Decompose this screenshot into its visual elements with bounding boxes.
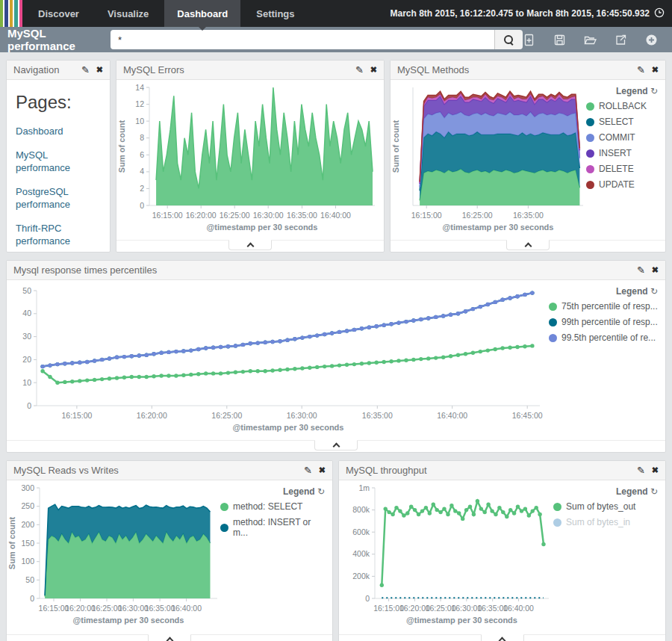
svg-text:50: 50 bbox=[22, 286, 31, 295]
search-icon bbox=[504, 35, 514, 45]
legend-item[interactable]: 75th percentile of resp... bbox=[549, 301, 658, 312]
svg-text:Sum of count: Sum of count bbox=[117, 120, 126, 173]
chevron-up-icon bbox=[524, 243, 532, 250]
svg-text:300: 300 bbox=[21, 483, 34, 492]
svg-text:16:35:00: 16:35:00 bbox=[287, 211, 317, 220]
legend-dot bbox=[549, 303, 557, 311]
close-icon[interactable]: ✖ bbox=[652, 65, 659, 75]
chart-mysql-throughput: 0200k400k600k800k1m16:15:0016:20:0016:25… bbox=[339, 480, 553, 634]
edit-icon[interactable]: ✎ bbox=[81, 64, 90, 75]
close-icon[interactable]: ✖ bbox=[319, 465, 326, 475]
svg-text:0: 0 bbox=[365, 594, 370, 603]
legend-item[interactable]: SELECT bbox=[586, 117, 658, 127]
panel-title: MySQL Reads vs Writes bbox=[13, 465, 119, 476]
nav-tab-dashboard[interactable]: Dashboard bbox=[164, 0, 240, 27]
legend-item[interactable]: Sum of bytes_in bbox=[553, 517, 658, 527]
legend-header[interactable]: Legend ↻ bbox=[549, 286, 658, 297]
svg-text:12: 12 bbox=[135, 99, 144, 108]
svg-text:16:40:00: 16:40:00 bbox=[171, 604, 202, 613]
close-icon[interactable]: ✖ bbox=[370, 65, 377, 75]
svg-text:16:15:00: 16:15:00 bbox=[152, 211, 183, 220]
legend-label: 99th percentile of resp... bbox=[561, 317, 658, 327]
panel-mysql-throughput: MySQL throughput ✎ ✖ 0200k400k600k800k1m… bbox=[338, 460, 666, 641]
share-dashboard-icon[interactable] bbox=[615, 34, 627, 46]
add-visualization-icon[interactable] bbox=[645, 34, 658, 46]
svg-text:Sum of count: Sum of count bbox=[391, 120, 400, 173]
time-range-text: March 8th 2015, 16:12:20.475 to March 8t… bbox=[390, 8, 650, 19]
new-dashboard-icon[interactable] bbox=[523, 34, 535, 46]
svg-text:10: 10 bbox=[22, 378, 31, 387]
svg-text:16:15:00: 16:15:00 bbox=[411, 211, 442, 220]
nav-tab-visualize[interactable]: Visualize bbox=[95, 0, 161, 27]
legend-reads-vs-writes: Legend ↻method: SELECTmethod: INSERT or … bbox=[220, 480, 332, 634]
legend-item[interactable]: INSERT bbox=[586, 148, 658, 158]
legend-item[interactable]: ROLLBACK bbox=[586, 101, 658, 111]
legend-dot bbox=[553, 518, 561, 527]
legend-dot bbox=[549, 318, 557, 326]
panel-header: MySQL Reads vs Writes ✎ ✖ bbox=[7, 461, 332, 480]
search-input[interactable] bbox=[111, 30, 494, 49]
panel-footer bbox=[391, 240, 665, 252]
legend-item[interactable]: 99.5th percentile of re... bbox=[549, 332, 658, 343]
legend-dot bbox=[586, 149, 594, 158]
edit-icon[interactable]: ✎ bbox=[304, 465, 312, 476]
edit-icon[interactable]: ✎ bbox=[637, 264, 645, 276]
page-link-mysql-performance[interactable]: MySQL performance bbox=[16, 149, 101, 175]
close-icon[interactable]: ✖ bbox=[652, 265, 659, 275]
legend-dot bbox=[586, 165, 594, 173]
svg-text:16:35:00: 16:35:00 bbox=[362, 411, 393, 420]
close-icon[interactable]: ✖ bbox=[652, 465, 659, 475]
nav-tab-discover[interactable]: Discover bbox=[25, 0, 92, 27]
panel-mysql-methods: MySQL Methods ✎ ✖ 16:15:0016:25:0016:35:… bbox=[390, 60, 666, 253]
panel-footer bbox=[7, 440, 665, 452]
time-range-picker[interactable]: March 8th 2015, 16:12:20.475 to March 8t… bbox=[390, 0, 672, 27]
legend-item[interactable]: method: INSERT or m... bbox=[220, 517, 325, 538]
collapse-button[interactable] bbox=[148, 634, 191, 641]
page-link-postgresql-performance[interactable]: PostgreSQL performance bbox=[16, 185, 101, 211]
svg-text:14: 14 bbox=[135, 83, 144, 92]
panel-response-percentiles: Mysql response times percentiles ✎ ✖ 010… bbox=[6, 260, 666, 453]
chevron-up-icon bbox=[166, 637, 173, 641]
svg-text:600k: 600k bbox=[352, 527, 370, 536]
legend-item[interactable]: method: SELECT bbox=[220, 501, 325, 512]
dashboard-title: MySQL performance bbox=[7, 27, 111, 52]
collapse-button[interactable] bbox=[506, 240, 550, 250]
kibana-logo[interactable] bbox=[0, 0, 22, 27]
svg-text:8: 8 bbox=[140, 133, 144, 142]
collapse-button[interactable] bbox=[228, 240, 272, 250]
svg-text:@timestamp per 30 seconds: @timestamp per 30 seconds bbox=[406, 616, 517, 625]
collapse-button[interactable] bbox=[314, 440, 358, 450]
dashboard-actions bbox=[523, 34, 667, 46]
legend-item[interactable]: DELETE bbox=[586, 164, 658, 174]
svg-text:16:45:00: 16:45:00 bbox=[512, 411, 543, 420]
legend-header[interactable]: Legend ↻ bbox=[220, 486, 325, 497]
legend-item[interactable]: 99th percentile of resp... bbox=[549, 317, 658, 327]
legend-label: Sum of bytes_in bbox=[566, 517, 630, 527]
legend-header[interactable]: Legend ↻ bbox=[586, 86, 658, 96]
search-button[interactable] bbox=[494, 30, 523, 49]
panel-footer bbox=[7, 634, 332, 641]
edit-icon[interactable]: ✎ bbox=[355, 64, 364, 75]
search-bar bbox=[111, 30, 523, 49]
legend-item[interactable]: Sum of bytes_out bbox=[553, 501, 658, 512]
save-dashboard-icon[interactable] bbox=[553, 34, 566, 46]
page-link-thrift-rpc-performance[interactable]: Thrift-RPC performance bbox=[16, 222, 101, 248]
edit-icon[interactable]: ✎ bbox=[637, 64, 645, 75]
svg-text:16:30:00: 16:30:00 bbox=[287, 411, 317, 420]
collapse-button[interactable] bbox=[481, 634, 524, 641]
load-dashboard-icon[interactable] bbox=[584, 34, 597, 46]
legend-item[interactable]: COMMIT bbox=[586, 132, 658, 143]
edit-icon[interactable]: ✎ bbox=[637, 465, 645, 476]
panel-title: MySQL throughput bbox=[346, 465, 427, 476]
nav-tab-settings[interactable]: Settings bbox=[243, 0, 307, 27]
panel-reads-vs-writes: MySQL Reads vs Writes ✎ ✖ 05010015020025… bbox=[6, 460, 333, 641]
legend-label: ROLLBACK bbox=[599, 101, 647, 111]
legend-label: UPDATE bbox=[599, 179, 635, 190]
legend-item[interactable]: UPDATE bbox=[586, 179, 658, 190]
nav-tab-label: Discover bbox=[38, 8, 79, 19]
legend-header[interactable]: Legend ↻ bbox=[553, 486, 658, 497]
close-icon[interactable]: ✖ bbox=[96, 65, 103, 75]
panel-title: Navigation bbox=[13, 64, 59, 75]
svg-text:@timestamp per 30 seconds: @timestamp per 30 seconds bbox=[207, 223, 318, 232]
page-link-dashboard[interactable]: Dashboard bbox=[16, 125, 101, 138]
